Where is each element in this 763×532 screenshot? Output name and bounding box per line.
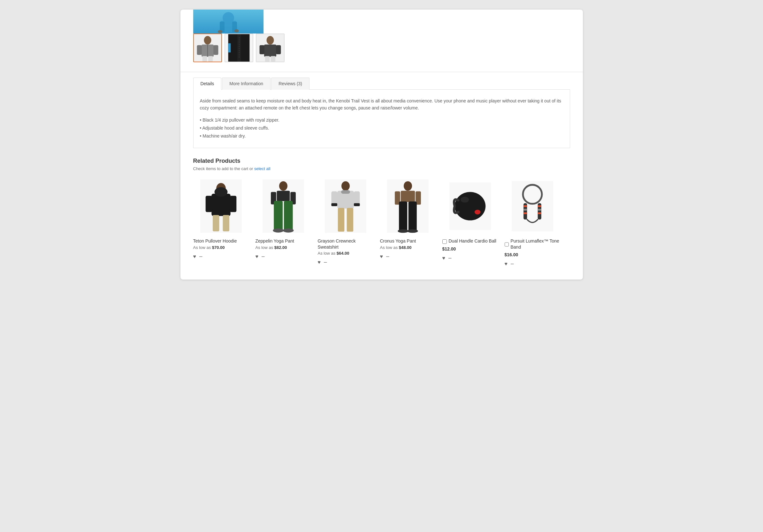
svg-rect-56 [401, 191, 415, 202]
product-card-2: Zeppelin Yoga Pant As low as $82.00 ♥ ⎼ [256, 177, 311, 266]
product-actions-4: ♥ ⎼ [380, 254, 390, 259]
product-card-3: Grayson Crewneck Sweatshirt As low as $6… [318, 177, 374, 266]
svg-rect-34 [223, 215, 229, 231]
compare-icon-4[interactable]: ⎼ [386, 254, 389, 259]
svg-rect-50 [331, 203, 337, 206]
svg-point-43 [283, 228, 293, 233]
product-checkbox-row-5: Dual Handle Cardio Ball [442, 238, 496, 245]
product-name-5: Dual Handle Cardio Ball [449, 238, 496, 244]
svg-rect-75 [538, 209, 541, 211]
wishlist-icon-3[interactable]: ♥ [318, 259, 321, 265]
svg-rect-53 [347, 208, 353, 232]
product-checkbox-row-6: Pursuit Lumaflex™ Tone Band [504, 238, 561, 250]
product-name-6: Pursuit Lumaflex™ Tone Band [511, 238, 561, 250]
svg-point-64 [455, 192, 486, 221]
compare-icon-3[interactable]: ⎼ [324, 259, 327, 265]
svg-rect-73 [523, 213, 527, 215]
product-image-3[interactable] [318, 177, 374, 235]
svg-rect-41 [284, 201, 293, 231]
product-price-3: As low as $64.00 [318, 251, 349, 256]
svg-rect-37 [277, 191, 290, 201]
svg-rect-25 [271, 56, 275, 61]
product-price-6: $16.00 [504, 252, 518, 257]
tabs-section: Details More Information Reviews (3) Asi… [180, 72, 583, 148]
thumbnail-row [193, 34, 570, 62]
bullet-3: Machine wash/air dry. [200, 132, 563, 140]
svg-point-29 [215, 187, 228, 197]
thumbnails-section [180, 10, 583, 69]
svg-point-62 [407, 229, 418, 233]
product-image-2[interactable] [256, 177, 311, 235]
select-all-link[interactable]: select all [254, 166, 271, 171]
product-page-card: Details More Information Reviews (3) Asi… [180, 10, 583, 280]
tab-more-information[interactable]: More Information [222, 78, 271, 90]
svg-point-36 [279, 181, 287, 191]
product-description: Aside from sealed seams to keep moisture… [200, 97, 563, 112]
svg-point-42 [273, 228, 283, 233]
subtitle-text: Check items to add to the cart or [193, 166, 253, 171]
svg-rect-13 [208, 56, 212, 61]
wishlist-icon-4[interactable]: ♥ [380, 254, 383, 259]
wishlist-icon-6[interactable]: ♥ [504, 261, 508, 267]
product-actions-6: ♥ ⎼ [504, 261, 514, 267]
related-products-section: Related Products Check items to add to t… [180, 158, 583, 266]
tabs-bar: Details More Information Reviews (3) [193, 77, 570, 90]
compare-icon-2[interactable]: ⎼ [262, 254, 265, 259]
compare-icon-1[interactable]: ⎼ [199, 254, 202, 259]
bullet-2: Adjustable hood and sleeve cuffs. [200, 124, 563, 132]
product-image-1[interactable] [193, 177, 249, 235]
product-price-4: As low as $48.00 [380, 245, 412, 250]
product-image-4[interactable] [380, 177, 436, 235]
svg-rect-10 [213, 45, 218, 55]
svg-rect-52 [338, 208, 344, 232]
svg-rect-12 [202, 56, 207, 61]
wishlist-icon-5[interactable]: ♥ [442, 255, 446, 261]
svg-rect-24 [265, 56, 269, 61]
compare-icon-5[interactable]: ⎼ [448, 255, 452, 261]
product-image-5[interactable] [442, 177, 498, 235]
svg-rect-67 [512, 181, 553, 231]
svg-point-65 [461, 197, 469, 203]
product-actions-1: ♥ ⎼ [193, 254, 203, 259]
svg-rect-76 [538, 213, 541, 215]
related-products-title: Related Products [193, 158, 570, 164]
compare-icon-6[interactable]: ⎼ [511, 261, 514, 267]
wishlist-icon-2[interactable]: ♥ [256, 254, 259, 259]
product-checkbox-5[interactable] [442, 239, 447, 244]
product-name-4: Cronus Yoga Pant [380, 238, 416, 244]
product-name-2: Zeppelin Yoga Pant [256, 238, 294, 244]
svg-rect-22 [259, 45, 264, 54]
svg-rect-47 [341, 190, 350, 194]
product-image-6[interactable] [504, 177, 561, 235]
svg-rect-9 [197, 45, 201, 55]
main-product-image-partial [193, 10, 264, 34]
svg-rect-23 [276, 45, 281, 54]
svg-rect-21 [264, 44, 276, 56]
thumbnail-1[interactable] [193, 34, 222, 62]
product-checkbox-6[interactable] [504, 242, 509, 247]
svg-rect-33 [213, 215, 219, 231]
svg-rect-72 [523, 209, 527, 211]
svg-point-45 [341, 181, 350, 191]
svg-point-66 [475, 210, 481, 215]
tab-content-details: Aside from sealed seams to keep moisture… [193, 90, 570, 148]
svg-rect-18 [228, 44, 231, 53]
svg-rect-60 [408, 201, 417, 231]
tab-details[interactable]: Details [193, 78, 222, 90]
thumbnail-3[interactable] [256, 34, 284, 62]
svg-rect-31 [230, 196, 236, 212]
svg-point-32 [213, 209, 223, 214]
product-actions-3: ♥ ⎼ [318, 259, 327, 265]
product-bullets: Black 1/4 zip pullover with royal zipper… [200, 116, 563, 140]
product-card-6: Pursuit Lumaflex™ Tone Band $16.00 ♥ ⎼ [504, 177, 561, 266]
product-price-5: $12.00 [442, 246, 456, 251]
product-card-1: Teton Pullover Hoodie As low as $70.00 ♥… [193, 177, 249, 266]
thumbnail-2[interactable] [225, 34, 253, 62]
related-products-subtitle: Check items to add to the cart or select… [193, 166, 570, 171]
products-grid: Teton Pullover Hoodie As low as $70.00 ♥… [193, 177, 570, 266]
product-price-2: As low as $82.00 [256, 245, 287, 250]
wishlist-icon-1[interactable]: ♥ [193, 254, 196, 259]
product-actions-2: ♥ ⎼ [256, 254, 265, 259]
svg-rect-51 [354, 203, 360, 206]
tab-reviews[interactable]: Reviews (3) [271, 78, 309, 90]
